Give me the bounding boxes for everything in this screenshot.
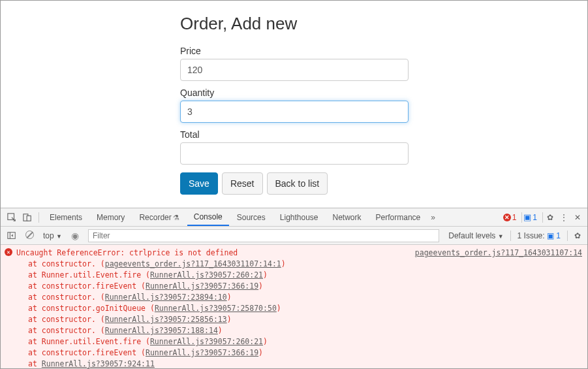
tab-network[interactable]: Network	[326, 210, 368, 225]
close-devtools-icon[interactable]: ✕	[572, 213, 583, 222]
tab-console[interactable]: Console	[187, 209, 229, 226]
field-total: Total	[180, 129, 587, 165]
issues-badge[interactable]: 1 Issue: ▣ 1	[515, 231, 563, 240]
stack-frame: at constructor. (RunnerAll.js?39057:188:…	[6, 325, 582, 336]
log-levels-selector[interactable]: Default levels ▼	[446, 231, 506, 240]
stack-frame: at constructor.fireEvent (RunnerAll.js?3…	[6, 281, 582, 292]
context-selector[interactable]: top ▼	[40, 231, 65, 240]
stack-frame-link[interactable]: RunnerAll.js?39057:366:19	[146, 281, 258, 291]
device-icon[interactable]	[20, 212, 35, 222]
stack-frame-link[interactable]: RunnerAll.js?39057:188:14	[105, 326, 218, 335]
live-expression-icon[interactable]: ◉	[69, 231, 82, 241]
console-toolbar: top ▼ ◉ Default levels ▼ 1 Issue: ▣ 1 ✿	[1, 227, 587, 245]
divider	[542, 212, 543, 223]
error-icon: ✕	[503, 214, 511, 221]
devtools-tabbar: Elements Memory Recorder Console Sources…	[1, 208, 587, 227]
console-filter-input[interactable]	[88, 229, 439, 242]
tab-performance[interactable]: Performance	[369, 210, 427, 225]
tab-elements[interactable]: Elements	[43, 210, 89, 225]
price-input[interactable]	[180, 59, 409, 81]
error-message: Uncaught ReferenceError: ctrlprice is no…	[16, 248, 238, 259]
stack-frame: at constructor. (RunnerAll.js?39057:2585…	[6, 314, 582, 325]
message-icon: ▣	[523, 212, 531, 222]
sidebar-toggle-icon[interactable]	[5, 231, 19, 240]
quantity-label: Quantity	[180, 88, 587, 98]
error-message-row: Uncaught ReferenceError: ctrlprice is no…	[6, 248, 582, 259]
tab-memory[interactable]: Memory	[90, 210, 131, 225]
tab-sources[interactable]: Sources	[230, 210, 272, 225]
reset-button[interactable]: Reset	[222, 172, 263, 195]
stack-frame-link[interactable]: RunnerAll.js?39057:25856:13	[105, 315, 227, 324]
total-input[interactable]	[180, 142, 409, 165]
form-area: Order, Add new Price Quantity Total Save…	[1, 1, 587, 208]
console-settings-icon[interactable]: ✿	[572, 231, 583, 240]
svg-rect-2	[27, 216, 31, 221]
error-source-link[interactable]: pageevents_order.js?117_1643031107:14	[415, 248, 582, 259]
stack-frame-link[interactable]: RunnerAll.js?39057:260:21	[150, 270, 263, 280]
total-label: Total	[180, 129, 587, 140]
stack-frame: at constructor.fireEvent (RunnerAll.js?3…	[6, 347, 582, 359]
stack-frame-link[interactable]: RunnerAll.js?39057:924:11	[42, 359, 155, 368]
quantity-input[interactable]	[180, 101, 409, 123]
error-bullet-icon: ✕	[5, 248, 12, 256]
stack-frame-link[interactable]: pageevents_order.js?117_1643031107:14:1	[105, 259, 281, 268]
more-tabs-icon[interactable]: »	[428, 213, 438, 222]
stack-frame: at constructor. (pageevents_order.js?117…	[6, 259, 582, 270]
page-title: Order, Add new	[180, 14, 587, 34]
tab-lighthouse[interactable]: Lighthouse	[273, 210, 325, 225]
stack-frame-link[interactable]: RunnerAll.js?39057:366:19	[146, 348, 258, 357]
stack-frame: at RunnerAll.js?39057:924:11	[6, 359, 582, 369]
stack-frame-link[interactable]: RunnerAll.js?39057:25870:50	[155, 304, 277, 313]
kebab-icon[interactable]: ⋮	[557, 213, 570, 222]
back-button[interactable]: Back to list	[267, 172, 328, 195]
divider	[567, 231, 568, 241]
stack-frame: at constructor. (RunnerAll.js?39057:2389…	[6, 292, 582, 303]
tab-recorder[interactable]: Recorder	[132, 210, 185, 225]
stack-frame-link[interactable]: RunnerAll.js?39057:23894:10	[105, 293, 227, 302]
field-price: Price	[180, 46, 587, 81]
console-output: ✕ Uncaught ReferenceError: ctrlprice is …	[1, 245, 587, 369]
stack-frame-link[interactable]: RunnerAll.js?39057:260:21	[150, 337, 263, 346]
save-button[interactable]: Save	[180, 172, 218, 195]
error-count-badge[interactable]: ✕1	[503, 213, 517, 222]
price-label: Price	[180, 46, 587, 56]
field-quantity: Quantity	[180, 88, 587, 123]
divider	[521, 212, 522, 223]
settings-icon[interactable]: ✿	[544, 213, 556, 222]
divider	[39, 212, 39, 223]
inspect-icon[interactable]	[5, 212, 19, 222]
clear-console-icon[interactable]	[23, 231, 37, 241]
button-row: Save Reset Back to list	[180, 172, 587, 195]
stack-frame: at Runner.util.Event.fire (RunnerAll.js?…	[6, 270, 582, 281]
stack-frame: at Runner.util.Event.fire (RunnerAll.js?…	[6, 336, 582, 347]
devtools-panel: Elements Memory Recorder Console Sources…	[1, 208, 587, 369]
message-count-badge[interactable]: ▣1	[523, 212, 537, 222]
divider	[510, 231, 511, 241]
stack-frame: at constructor.goInitQueue (RunnerAll.js…	[6, 303, 582, 314]
